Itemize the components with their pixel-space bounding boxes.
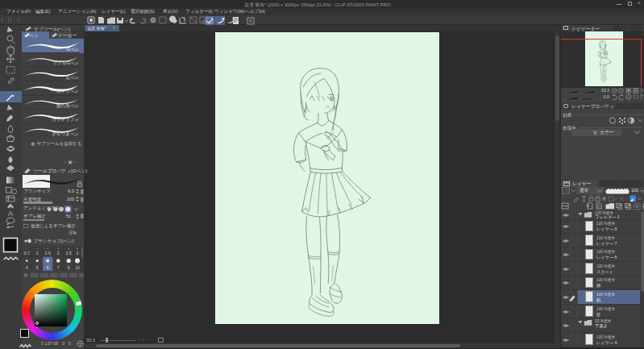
svg-text:0.7: 0.7 xyxy=(24,251,30,256)
svg-text:33.3: 33.3 xyxy=(601,88,609,93)
svg-text:10: 10 xyxy=(75,264,80,269)
svg-text:7: 7 xyxy=(57,264,60,269)
svg-text:4: 4 xyxy=(26,264,28,269)
svg-text:0.0: 0.0 xyxy=(604,94,609,99)
svg-text:3: 3 xyxy=(77,251,79,256)
svg-text:6: 6 xyxy=(47,264,49,269)
svg-text:1: 1 xyxy=(36,251,39,256)
svg-text:A: A xyxy=(8,210,13,218)
svg-text:5: 5 xyxy=(36,264,39,269)
svg-text:1.5: 1.5 xyxy=(45,251,51,256)
svg-text:8: 8 xyxy=(68,264,70,269)
svg-text:2: 2 xyxy=(57,251,60,256)
svg-text:2.5: 2.5 xyxy=(66,251,72,256)
